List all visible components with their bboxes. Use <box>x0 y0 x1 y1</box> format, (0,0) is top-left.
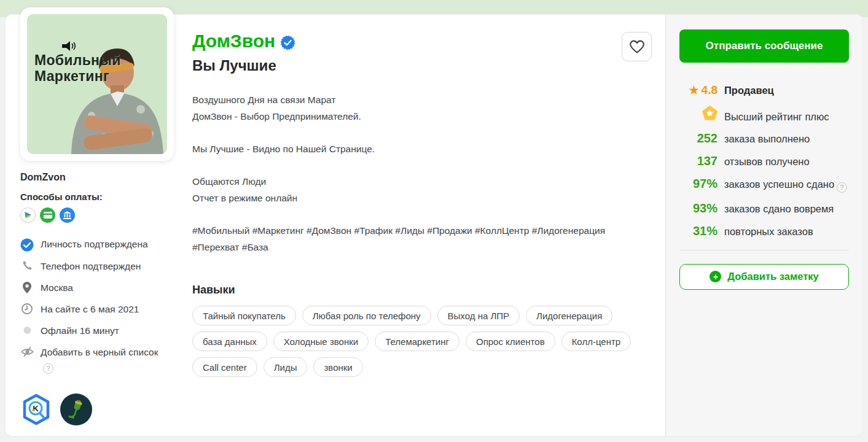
skills-title: Навыки <box>192 284 665 297</box>
verified-seal-icon <box>281 36 295 50</box>
skill-chip[interactable]: Выход на ЛПР <box>437 306 520 325</box>
send-message-button[interactable]: Отправить сообщение <box>679 29 849 63</box>
stat-label-text: заказов успешно сдано <box>724 179 834 190</box>
top-rated-cell <box>679 106 717 120</box>
favorite-button[interactable] <box>622 32 652 61</box>
blacklist-label-text[interactable]: Добавить в черный список <box>41 347 158 357</box>
top-rated-row: Высший рейтинг плюс <box>679 106 849 123</box>
stat-value: 252 <box>679 131 717 145</box>
stat-label: заказа выполнено <box>724 133 810 145</box>
stat-label: повторных заказов <box>724 226 813 238</box>
stat-value: 97% <box>679 177 717 191</box>
stat-value: 31% <box>679 224 717 238</box>
phone-verified-row: Телефон подтвержден <box>20 260 186 273</box>
about-paragraph: Мы Лучшие - Видно по Нашей Странице. <box>192 141 622 157</box>
skill-chip[interactable]: база данных <box>192 332 267 351</box>
profile-left-sidebar: Мобильный Маркетинг DomZvon Способы опла… <box>6 15 192 436</box>
profile-subtitle: Вы Лучшие <box>192 57 665 74</box>
member-since-row: На сайте с 6 мая 2021 <box>20 303 186 316</box>
sidebar-divider <box>679 250 849 250</box>
add-note-button[interactable]: + Добавить заметку <box>679 264 849 290</box>
about-paragraph: Общаются Люди Отчет в режиме онлайн <box>192 173 622 206</box>
svg-text:K: K <box>33 404 39 413</box>
skill-chip[interactable]: Тайный покупатель <box>192 306 296 325</box>
skill-chip[interactable]: Лиды <box>264 357 308 377</box>
about-hashtags: #Мобильный #Маркетинг #ДомЗвон #Трафик #… <box>192 222 622 255</box>
add-note-label: Добавить заметку <box>727 271 818 282</box>
transfer-arrow-icon <box>20 207 36 223</box>
clock-icon <box>20 303 34 316</box>
stat-row-success: 97% заказов успешно сдано? <box>679 177 849 193</box>
bank-card-icon <box>40 207 55 223</box>
microphone-badge <box>60 394 92 425</box>
person-photo-illustration <box>27 14 167 154</box>
rating-value: ★4.8 <box>679 83 717 97</box>
member-since-label: На сайте с 6 мая 2021 <box>41 303 139 316</box>
stat-row-orders: 252 заказа выполнено <box>679 131 849 145</box>
avatar: Мобильный Маркетинг <box>27 14 167 154</box>
bank-building-icon <box>60 207 75 223</box>
location-row: Москва <box>20 281 186 295</box>
offline-dot-icon <box>20 324 34 338</box>
skill-chip[interactable]: Любая роль по телефону <box>302 306 431 325</box>
about-paragraph: Воздушного Дня на связи Марат ДомЗвон - … <box>192 91 622 125</box>
offline-status-row: Офлайн 16 минут <box>20 324 186 338</box>
profile-main-content: ДомЗвон Вы Лучшие Воздушного Дня на связ… <box>192 15 665 436</box>
loudspeaker-icon <box>61 41 77 51</box>
eye-off-icon <box>20 346 34 374</box>
stat-label: заказов успешно сдано? <box>724 179 847 193</box>
achievement-badges: K <box>20 394 186 425</box>
verified-badge-icon <box>20 238 34 252</box>
skill-chip[interactable]: Телемаркетинг <box>375 332 459 351</box>
location-label: Москва <box>41 281 73 295</box>
stat-label: заказов сдано вовремя <box>724 203 834 215</box>
kwork-quality-hexagon-badge: K <box>20 394 52 425</box>
profile-card: Мобильный Маркетинг DomZvon Способы опла… <box>6 15 862 436</box>
avatar-caption-line1: Мобильный <box>34 52 121 68</box>
skill-chip[interactable]: Опрос клиентов <box>466 332 555 351</box>
stat-row-repeat: 31% повторных заказов <box>679 224 849 238</box>
rating-number: 4.8 <box>702 83 717 97</box>
title-row: ДомЗвон <box>192 31 665 52</box>
avatar-caption-line2: Маркетинг <box>34 68 121 84</box>
heart-icon <box>629 39 645 54</box>
avatar-card[interactable]: Мобильный Маркетинг <box>20 7 174 161</box>
avatar-caption: Мобильный Маркетинг <box>34 52 121 84</box>
about-section: Воздушного Дня на связи Марат ДомЗвон - … <box>192 91 622 255</box>
skill-chip[interactable]: звонки <box>313 357 362 377</box>
stat-value: 93% <box>679 201 717 215</box>
identity-verified-row: Личность подтверждена <box>20 238 186 252</box>
seller-label: Продавец <box>724 85 774 96</box>
skill-chip[interactable]: Холодные звонки <box>273 332 369 351</box>
stat-label: отзывов получено <box>724 156 810 168</box>
top-rated-label: Высший рейтинг плюс <box>724 111 829 123</box>
plus-icon: + <box>710 271 721 282</box>
profile-right-sidebar: Отправить сообщение ★4.8 Продавец Высший… <box>665 15 862 436</box>
blacklist-label[interactable]: Добавить в черный список? <box>41 346 161 374</box>
help-question-icon[interactable]: ? <box>43 363 53 374</box>
identity-verified-label: Личность подтверждена <box>41 238 148 252</box>
payment-methods-title: Способы оплаты: <box>20 192 186 202</box>
stat-value: 137 <box>679 154 717 168</box>
skill-chip[interactable]: Колл-центр <box>561 332 631 351</box>
help-question-icon[interactable]: ? <box>837 182 847 193</box>
blacklist-row[interactable]: Добавить в черный список? <box>20 346 186 374</box>
username: DomZvon <box>20 172 186 183</box>
skills-list: Тайный покупатель Любая роль по телефону… <box>192 306 652 377</box>
skill-chip[interactable]: Лидогенерация <box>526 306 612 325</box>
payment-methods <box>20 207 186 223</box>
phone-icon <box>20 260 34 273</box>
phone-verified-label: Телефон подтвержден <box>41 260 141 273</box>
seller-stats: ★4.8 Продавец Высший рейтинг плюс 252 за… <box>679 83 849 238</box>
skill-chip[interactable]: Call center <box>192 357 257 377</box>
stat-row-reviews: 137 отзывов получено <box>679 154 849 168</box>
top-rated-pentagon-icon <box>702 106 717 120</box>
stat-row-on-time: 93% заказов сдано вовремя <box>679 201 849 215</box>
rating-star-icon: ★ <box>689 83 698 97</box>
location-pin-icon <box>20 281 34 295</box>
rating-row: ★4.8 Продавец <box>679 83 849 97</box>
offline-status-label: Офлайн 16 минут <box>41 324 119 338</box>
page-title: ДомЗвон <box>192 31 275 52</box>
